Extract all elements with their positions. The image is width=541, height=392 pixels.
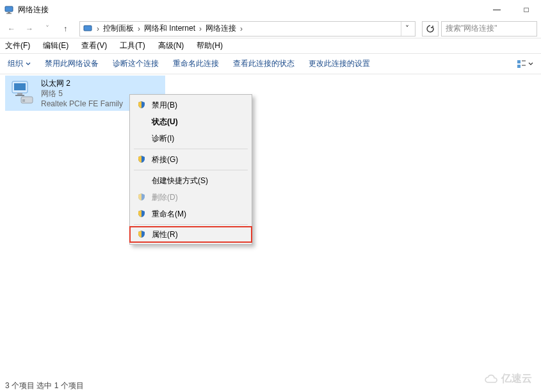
search-input[interactable]: 搜索"网络连接" — [441, 21, 537, 37]
menu-edit[interactable]: 编辑(E) — [40, 40, 71, 51]
menu-file[interactable]: 文件(F) — [3, 40, 33, 51]
adapter-device: Realtek PCIe FE Family — [41, 99, 123, 109]
status-bar: 3 个项目 选中 1 个项目 — [0, 379, 89, 392]
adapter-icon — [8, 78, 36, 106]
up-button[interactable]: ↑ — [58, 21, 73, 37]
address-bar[interactable]: › 控制面板 › 网络和 Internet › 网络连接 › ˅ — [79, 21, 416, 37]
search-placeholder: 搜索"网络连接" — [446, 23, 497, 34]
svg-rect-4 — [517, 60, 521, 63]
svg-rect-10 — [17, 93, 22, 95]
address-icon — [83, 24, 93, 34]
chevron-down-icon — [26, 61, 31, 67]
chevron-down-icon — [528, 61, 533, 67]
shield-icon — [136, 209, 147, 218]
shield-icon — [136, 101, 147, 110]
recent-dropdown[interactable]: ˅ — [40, 21, 55, 37]
svg-rect-11 — [15, 95, 24, 96]
breadcrumb-sep: › — [136, 24, 141, 33]
shield-icon — [136, 155, 147, 164]
menu-bar: 文件(F) 编辑(E) 查看(V) 工具(T) 高级(N) 帮助(H) — [0, 38, 541, 54]
menu-view[interactable]: 查看(V) — [79, 40, 109, 51]
breadcrumb-sep: › — [198, 24, 203, 33]
svg-rect-5 — [522, 60, 526, 61]
address-dropdown[interactable]: ˅ — [401, 22, 412, 36]
command-bar: 组织 禁用此网络设备 诊断这个连接 重命名此连接 查看此连接的状态 更改此连接的… — [0, 54, 541, 74]
adapter-name: 以太网 2 — [41, 78, 123, 88]
breadcrumb-control-panel[interactable]: 控制面板 — [103, 23, 134, 34]
maximize-button[interactable]: □ — [512, 0, 541, 19]
ctx-diagnose[interactable]: 诊断(I) — [130, 130, 252, 147]
watermark: 亿速云 — [483, 372, 532, 386]
disable-device-button[interactable]: 禁用此网络设备 — [45, 58, 99, 69]
svg-rect-1 — [8, 12, 10, 13]
shield-icon — [136, 193, 147, 202]
ctx-separator — [134, 149, 248, 149]
breadcrumb-sep: › — [239, 24, 244, 33]
ctx-properties[interactable]: 属性(R) — [129, 226, 252, 243]
ctx-separator — [134, 170, 248, 170]
back-button[interactable]: ← — [4, 21, 19, 37]
context-menu: 禁用(B) 状态(U) 诊断(I) 桥接(G) 创建快捷方式(S) 删除(D) … — [129, 94, 252, 245]
svg-rect-3 — [84, 26, 92, 31]
window-icon — [4, 4, 14, 15]
svg-rect-7 — [522, 65, 526, 66]
ctx-separator — [134, 224, 248, 225]
rename-button[interactable]: 重命名此连接 — [173, 58, 219, 69]
adapter-network: 网络 5 — [41, 88, 123, 99]
view-options-button[interactable] — [517, 60, 533, 69]
ctx-status[interactable]: 状态(U) — [130, 113, 252, 130]
forward-button[interactable]: → — [22, 21, 37, 37]
shield-icon — [136, 230, 147, 239]
ctx-bridge[interactable]: 桥接(G) — [130, 151, 252, 168]
minimize-button[interactable]: — — [482, 0, 512, 19]
breadcrumb-network-connections[interactable]: 网络连接 — [206, 23, 236, 34]
ctx-disable[interactable]: 禁用(B) — [130, 97, 252, 113]
ctx-delete: 删除(D) — [130, 189, 252, 206]
breadcrumb-sep: › — [95, 24, 101, 33]
svg-rect-9 — [14, 83, 26, 90]
organize-button[interactable]: 组织 — [8, 58, 31, 69]
svg-rect-2 — [6, 13, 12, 14]
menu-advanced[interactable]: 高级(N) — [156, 40, 187, 51]
menu-help[interactable]: 帮助(H) — [194, 40, 225, 51]
view-status-button[interactable]: 查看此连接的状态 — [233, 58, 295, 69]
ctx-shortcut[interactable]: 创建快捷方式(S) — [130, 172, 252, 189]
cloud-icon — [483, 374, 499, 384]
menu-tools[interactable]: 工具(T) — [117, 40, 147, 51]
refresh-button[interactable] — [422, 21, 439, 37]
ctx-rename[interactable]: 重命名(M) — [130, 206, 252, 222]
window-title: 网络连接 — [18, 4, 49, 15]
diagnose-button[interactable]: 诊断这个连接 — [113, 58, 159, 69]
svg-rect-0 — [5, 6, 13, 12]
svg-rect-6 — [517, 65, 521, 68]
change-settings-button[interactable]: 更改此连接的设置 — [309, 58, 370, 69]
breadcrumb-network-internet[interactable]: 网络和 Internet — [144, 23, 195, 34]
